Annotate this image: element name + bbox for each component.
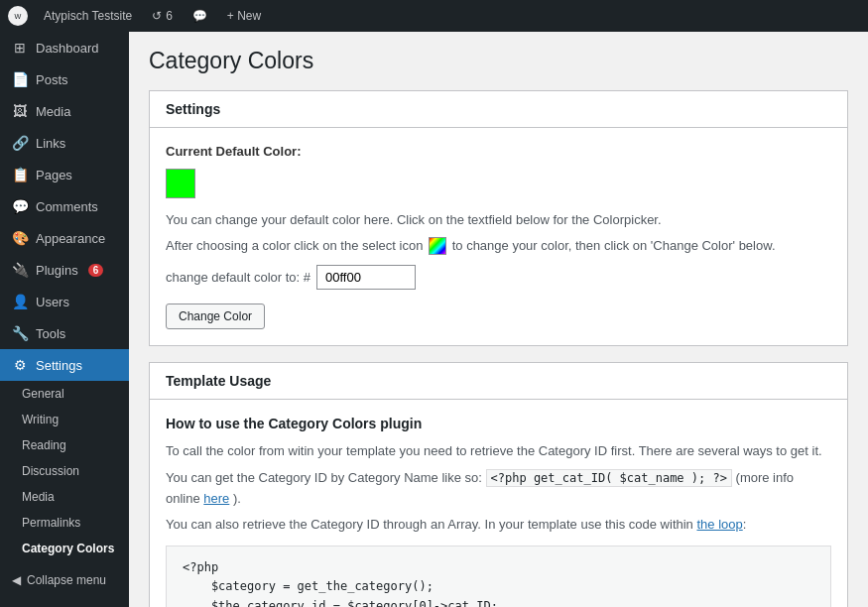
template-subtitle: How to use the Category Colors plugin (166, 416, 831, 431)
plugins-badge: 6 (88, 264, 104, 277)
tl2-end: ). (229, 491, 241, 506)
sidebar-label-pages: Pages (36, 168, 72, 182)
main-content: Category Colors Settings Current Default… (129, 32, 868, 607)
page-title: Category Colors (149, 48, 848, 74)
comments-link[interactable]: 💬 (188, 0, 211, 32)
tools-icon: 🔧 (12, 325, 28, 341)
new-content-link[interactable]: + New (223, 0, 265, 32)
settings-section: Settings Current Default Color: You can … (149, 90, 848, 346)
current-default-color-label: Current Default Color: (166, 144, 831, 159)
sidebar-item-settings[interactable]: ⚙ Settings (0, 349, 129, 381)
svg-text:W: W (14, 12, 21, 21)
sidebar-item-links[interactable]: 🔗 Links (0, 127, 129, 159)
change-color-button[interactable]: Change Color (166, 304, 265, 329)
collapse-menu-button[interactable]: ◀ Collapse menu (0, 565, 129, 595)
refresh-count: 6 (166, 9, 173, 23)
submenu-reading[interactable]: Reading (0, 432, 129, 458)
template-section: Template Usage How to use the Category C… (149, 362, 848, 607)
sidebar-item-comments[interactable]: 💬 Comments (0, 190, 129, 222)
color-input-label: change default color to: # (166, 270, 310, 285)
tl2-code: <?php get_cat_ID( $cat_name ); ?> (486, 469, 732, 487)
color-input-row: change default color to: # 00ff00 (166, 265, 831, 290)
description-line2: After choosing a color click on the sele… (166, 236, 831, 256)
site-name-link[interactable]: Atypisch Testsite (40, 0, 136, 32)
users-icon: 👤 (12, 294, 28, 309)
submenu-category-colors[interactable]: Category Colors (0, 536, 129, 561)
sidebar-item-plugins[interactable]: 🔌 Plugins 6 (0, 254, 129, 286)
template-line3: You can also retrieve the Category ID th… (166, 515, 831, 536)
description-line2-suffix: to change your color, then click on 'Cha… (452, 238, 776, 253)
refresh-link[interactable]: ↺ 6 (148, 0, 177, 32)
code-block-1: <?php $category = get_the_category(); $t… (166, 546, 831, 607)
settings-section-header: Settings (150, 91, 847, 128)
comments-icon: 💬 (192, 9, 207, 23)
sidebar-label-users: Users (36, 295, 69, 309)
appearance-icon: 🎨 (12, 230, 28, 246)
tl3-link[interactable]: the loop (696, 517, 742, 532)
collapse-label: Collapse menu (27, 573, 106, 587)
refresh-icon: ↺ (152, 9, 162, 23)
sidebar-label-tools: Tools (36, 326, 65, 341)
layout: ⊞ Dashboard 📄 Posts 🖼 Media 🔗 Links 📋 Pa… (0, 32, 868, 607)
topbar: W Atypisch Testsite ↺ 6 💬 + New (0, 0, 868, 32)
sidebar-item-users[interactable]: 👤 Users (0, 286, 129, 317)
sidebar-item-posts[interactable]: 📄 Posts (0, 63, 129, 95)
pages-icon: 📋 (12, 167, 28, 182)
submenu-permalinks[interactable]: Permalinks (0, 510, 129, 536)
sidebar-label-posts: Posts (36, 72, 68, 87)
sidebar-label-plugins: Plugins (36, 263, 78, 278)
sidebar-label-media: Media (36, 104, 70, 119)
template-body: How to use the Category Colors plugin To… (150, 400, 847, 607)
settings-submenu: General Writing Reading Discussion Media… (0, 381, 129, 561)
tl3-end: : (743, 517, 747, 532)
sidebar-label-links: Links (36, 136, 65, 151)
media-icon: 🖼 (12, 103, 28, 119)
settings-body: Current Default Color: You can change yo… (150, 128, 847, 345)
wp-logo[interactable]: W (8, 6, 28, 26)
plugins-icon: 🔌 (12, 262, 28, 278)
sidebar-item-dashboard[interactable]: ⊞ Dashboard (0, 32, 129, 63)
dashboard-icon: ⊞ (12, 40, 28, 56)
sidebar-label-settings: Settings (36, 358, 82, 373)
tl3-prefix: You can also retrieve the Category ID th… (166, 517, 696, 532)
sidebar-label-comments: Comments (36, 199, 98, 214)
comments-nav-icon: 💬 (12, 198, 28, 214)
submenu-writing[interactable]: Writing (0, 407, 129, 432)
submenu-media[interactable]: Media (0, 484, 129, 510)
color-input[interactable]: 00ff00 (316, 265, 416, 290)
new-label: + New (227, 9, 261, 23)
submenu-general[interactable]: General (0, 381, 129, 407)
sidebar-label-dashboard: Dashboard (36, 41, 99, 56)
tl2-link[interactable]: here (203, 491, 229, 506)
template-line2: You can get the Category ID by Category … (166, 468, 831, 510)
sidebar: ⊞ Dashboard 📄 Posts 🖼 Media 🔗 Links 📋 Pa… (0, 32, 129, 607)
posts-icon: 📄 (12, 71, 28, 87)
tl2-prefix: You can get the Category ID by Category … (166, 470, 486, 485)
site-name: Atypisch Testsite (44, 9, 132, 23)
sidebar-item-media[interactable]: 🖼 Media (0, 95, 129, 127)
color-picker-icon (429, 237, 446, 255)
collapse-icon: ◀ (12, 573, 21, 587)
sidebar-item-appearance[interactable]: 🎨 Appearance (0, 222, 129, 254)
settings-icon: ⚙ (12, 357, 28, 373)
template-line1: To call the color from witin your templa… (166, 441, 831, 462)
submenu-discussion[interactable]: Discussion (0, 458, 129, 484)
sidebar-label-appearance: Appearance (36, 231, 105, 246)
sidebar-item-pages[interactable]: 📋 Pages (0, 159, 129, 190)
color-swatch[interactable] (166, 169, 195, 198)
template-section-header: Template Usage (150, 363, 847, 400)
links-icon: 🔗 (12, 135, 28, 151)
description-line2-prefix: After choosing a color click on the sele… (166, 238, 423, 253)
sidebar-item-tools[interactable]: 🔧 Tools (0, 317, 129, 349)
description-line1: You can change your default color here. … (166, 210, 831, 230)
